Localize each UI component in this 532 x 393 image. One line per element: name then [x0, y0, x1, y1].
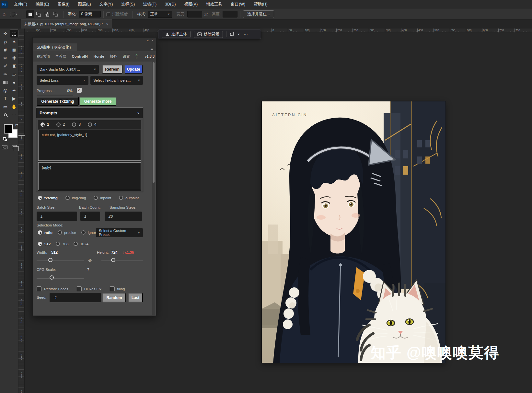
sd-nav-tab[interactable]: 查看器	[55, 54, 66, 59]
remove-background-button[interactable]: 移除背景	[194, 31, 223, 38]
positive-prompt-textarea[interactable]: cute cat, {painterly_style_1}	[38, 130, 141, 161]
brush-tool[interactable]: ✐	[1, 62, 9, 70]
gradient-tool[interactable]	[1, 78, 9, 86]
more-tools[interactable]: ⋯	[10, 111, 18, 119]
sd-nav-tab[interactable]: Horde	[94, 54, 104, 58]
rectangle-tool[interactable]: ▭	[1, 103, 9, 110]
home-icon[interactable]: ⌂	[0, 11, 8, 17]
feather-input[interactable]: 0 像素	[79, 11, 101, 17]
progress-checkbox[interactable]: ✓	[77, 88, 82, 93]
width-slider[interactable]	[37, 260, 84, 261]
panel-scrollbar[interactable]	[152, 62, 155, 316]
move-tool[interactable]: ✛	[1, 30, 9, 38]
selection-mode-ratio-radio[interactable]: ratio	[38, 230, 52, 235]
eraser-tool[interactable]: ▱	[10, 70, 18, 78]
menu-item[interactable]: 窗口(W)	[226, 0, 249, 9]
sampling-steps-input[interactable]: 20	[105, 212, 142, 221]
sd-nav-tab[interactable]: 设置	[123, 54, 130, 59]
path-selection-tool[interactable]: ▶	[10, 95, 18, 102]
width-slider-knob[interactable]	[48, 258, 52, 262]
mode-txt2img-radio[interactable]: txt2img	[38, 196, 58, 200]
textual-inversion-select[interactable]: Select Textual Invers... ∨	[90, 76, 143, 85]
type-tool[interactable]: T	[1, 95, 9, 102]
quick-mask-icon[interactable]	[2, 145, 7, 149]
custom-preset-select[interactable]: Select a Custom Preset ∨	[96, 228, 143, 237]
extra-tiling-checkbox[interactable]: tiling	[110, 286, 125, 291]
magic-wand-tool[interactable]: ✶	[10, 38, 18, 46]
swap-width-height-icon[interactable]: ⇄	[202, 12, 210, 17]
size-preset-768-radio[interactable]: 768	[56, 242, 68, 246]
add-to-selection-button[interactable]	[35, 10, 42, 18]
close-tab-icon[interactable]: ×	[106, 22, 109, 27]
negative-prompt-textarea[interactable]: {ugly}	[38, 162, 141, 190]
adjustment-icon[interactable]: ◐	[238, 32, 240, 37]
seed-input[interactable]: -1	[50, 293, 101, 302]
refresh-button[interactable]: Refresh	[102, 65, 122, 74]
transform-icon[interactable]	[230, 32, 235, 37]
sd-nav-tab[interactable]: 稳定扩散	[37, 54, 50, 59]
menu-item[interactable]: 增效工具	[202, 0, 226, 9]
prompt-slot-1-radio[interactable]: 1	[40, 122, 49, 127]
rectangular-marquee-tool[interactable]	[10, 30, 18, 38]
size-preset-1024-radio[interactable]: 1024	[74, 242, 88, 246]
extra-hi-res-fix-checkbox[interactable]: Hi Res Fix	[77, 286, 101, 291]
update-button[interactable]: Update	[124, 65, 143, 74]
frame-tool[interactable]: ⊠	[10, 46, 18, 54]
model-select[interactable]: Dark Sushi Mix 大颗寿... ∨	[37, 65, 99, 74]
more-options-icon[interactable]: ⋯	[244, 32, 248, 37]
lora-select[interactable]: Select Lora ∨	[37, 76, 88, 85]
subtract-from-selection-button[interactable]	[43, 10, 51, 18]
close-panel-icon[interactable]: ×	[152, 38, 154, 42]
collapse-panel-icon[interactable]: «	[147, 38, 149, 42]
mode-outpaint-radio[interactable]: outpaint	[119, 196, 139, 200]
antialias-checkbox[interactable]	[106, 12, 110, 16]
size-preset-512-radio[interactable]: 512	[38, 242, 51, 246]
cfg-slider[interactable]	[37, 278, 84, 279]
prompt-slot-3-radio[interactable]: 3	[72, 122, 81, 127]
menu-item[interactable]: 选择(S)	[117, 0, 139, 9]
batch-count-input[interactable]: 1	[80, 212, 100, 221]
document-tab[interactable]: 未标题-1 @ 100% (output_image.png, RGB/8) *…	[21, 19, 112, 29]
sd-nav-tab[interactable]: ControlNet	[72, 54, 88, 58]
prompts-header[interactable]: Prompts ∨	[36, 108, 143, 118]
panel-menu-icon[interactable]: ≡	[147, 46, 156, 51]
menu-item[interactable]: 文字(Y)	[95, 0, 117, 9]
sd-nav-tab[interactable]: 额外	[110, 54, 117, 59]
prompt-slot-4-radio[interactable]: 4	[88, 122, 97, 127]
menu-item[interactable]: 帮助(H)	[249, 0, 272, 9]
default-colors-icon[interactable]	[3, 137, 7, 141]
tool-preset-dropdown[interactable]: ∨	[8, 12, 19, 16]
mode-inpaint-radio[interactable]: inpaint	[94, 196, 111, 200]
generate-more-button[interactable]: Generate more	[79, 97, 116, 106]
mode-img2img-radio[interactable]: img2img	[65, 196, 86, 200]
menu-item[interactable]: 滤镜(T)	[139, 0, 161, 9]
random-seed-button[interactable]: Random	[102, 293, 126, 302]
eyedropper-tool[interactable]: ✏	[1, 54, 9, 62]
selection-mode-precise-radio[interactable]: precise	[58, 230, 76, 235]
prompt-slot-2-radio[interactable]: 2	[56, 122, 65, 127]
extra-restore-faces-checkbox[interactable]: Restore Faces	[37, 286, 68, 291]
clone-stamp-tool[interactable]: ♜	[10, 62, 18, 70]
select-subject-button[interactable]: 选择主体	[162, 31, 191, 38]
swap-colors-icon[interactable]: ⇄	[15, 123, 18, 127]
menu-item[interactable]: 编辑(E)	[31, 0, 53, 9]
menu-item[interactable]: 视图(V)	[180, 0, 202, 9]
healing-brush-tool[interactable]: ✚	[10, 54, 18, 62]
batch-size-input[interactable]: 1	[37, 212, 77, 221]
foreground-color-swatch[interactable]	[4, 124, 13, 133]
last-seed-button[interactable]: Last	[128, 293, 143, 302]
sd-panel-tab[interactable]: SD插件（明空汉化）	[33, 43, 77, 51]
menu-item[interactable]: 图层(L)	[74, 0, 95, 9]
lasso-tool[interactable]: ℘	[1, 38, 9, 46]
select-and-mask-button[interactable]: 选择并遮住...	[243, 10, 274, 18]
menu-item[interactable]: 3D(D)	[161, 0, 180, 9]
menu-item[interactable]: 图像(I)	[53, 0, 74, 9]
intersect-selection-button[interactable]	[52, 10, 59, 18]
height-input[interactable]	[223, 11, 237, 17]
zoom-tool[interactable]	[1, 111, 9, 119]
hand-tool[interactable]: ✋	[10, 103, 18, 110]
height-slider[interactable]	[101, 260, 143, 261]
blur-tool[interactable]: ●	[10, 78, 18, 86]
new-selection-button[interactable]	[26, 10, 34, 18]
height-slider-knob[interactable]	[111, 258, 115, 262]
